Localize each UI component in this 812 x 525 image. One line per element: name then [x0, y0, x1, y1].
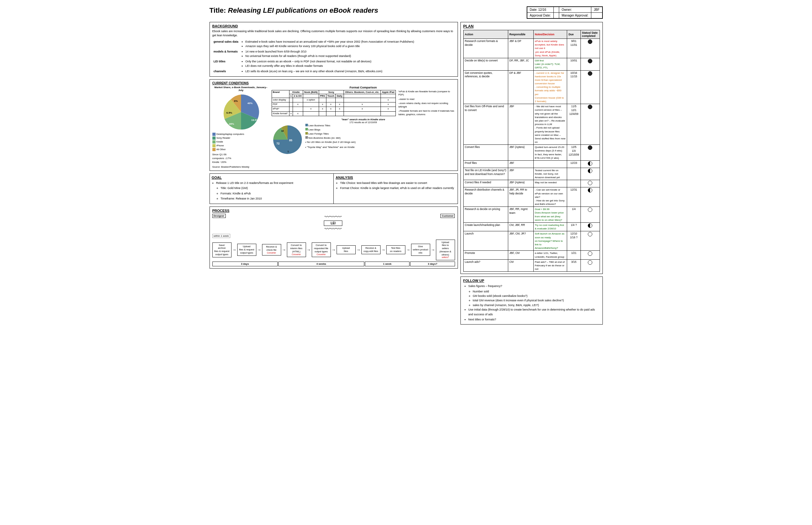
bg-content-2: 14 new e-book launched from 6/09 through… [240, 49, 455, 59]
plan-action: Convert files [463, 145, 508, 161]
plan-action: Get conversion quotes, references, & dec… [463, 70, 508, 104]
plan-status [580, 104, 599, 145]
followup-list: Sales figures – frequency? [463, 284, 600, 288]
followup-section: FOLLOW UP Sales figures – frequency? Num… [461, 276, 603, 325]
plan-responsible: JBF & DP [508, 39, 533, 58]
plan-due: 12/5 1/4 12/15/09 [567, 145, 580, 161]
date-value [553, 7, 559, 13]
arrow-4: → [307, 247, 311, 252]
right-column: PLAN Action Responsible Notes/Decision D… [461, 22, 603, 325]
plan-table-row: Launch JBF, CM, JR? Soft launch on Amazo… [463, 231, 599, 251]
plan-notes: May not be needed [533, 180, 567, 188]
bg-label-1: general sales data [213, 39, 240, 49]
plan-title: PLAN [463, 24, 600, 29]
goal-analysis: GOAL Release 1 LEI title on 2-3 readers/… [209, 174, 458, 204]
plan-responsible: DP, RR, JBF, JC [508, 58, 533, 70]
plan-action: Launch ads? [463, 259, 508, 272]
plan-responsible: JBF, CM, JR? [508, 231, 533, 251]
followup-sublist: Number sold GM books sold (ebook canniba… [463, 289, 600, 308]
current-conditions-section: CURRENT CONDITIONS Market Share, e-Book … [209, 79, 458, 171]
plan-notes: Tested current file on Kindle, not Sony,… [533, 168, 567, 180]
col-notes: Notes/Decision [533, 30, 567, 39]
goal-list: Release 1 LEI title on 2-3 readers/forma… [212, 181, 332, 201]
background-title: BACKGROUND [213, 24, 455, 28]
plan-notes: Paid ads? – TBD at end of February if we… [533, 259, 567, 272]
svg-text:6%: 6% [234, 100, 238, 103]
arrow-6: → [356, 247, 361, 252]
col-action: Action [463, 30, 508, 39]
background-section: BACKGROUND Ebook sales are increasing wh… [209, 22, 458, 77]
arrow-9: → [431, 247, 435, 252]
bg-content-1: Estimated e-book sales have increased at… [240, 39, 455, 49]
table-row: LEI titles Only the Lexicon exists as an… [213, 59, 455, 69]
plan-notes: Goal = $9.99 Does Amazon lower price fro… [533, 207, 567, 223]
page: Title: Releasing LEI publications on eBo… [209, 6, 603, 325]
plan-responsible: JBF, CM [508, 251, 533, 259]
plan-notes: - current U.S. designer for hardcover bo… [533, 70, 567, 104]
analysis-section: ANALYSIS Title Choice: test-based titles… [334, 174, 458, 204]
pie-chart: 40% 19.5% 28% 6.5% 6% [222, 93, 260, 131]
plan-status [580, 180, 599, 188]
plan-table: Action Responsible Notes/Decision Due St… [463, 30, 600, 272]
process-box-5: Convert to requested file output types C… [312, 242, 331, 257]
plan-due: 9/01 11/01 [567, 39, 580, 58]
process-box-7: Receive & copy-edit files [361, 245, 380, 254]
table-row: models & formats 14 new e-book launched … [213, 49, 455, 59]
plan-notes: Quoted turn-around 15-20 business days (… [533, 145, 567, 161]
kindle-store: "lean" search results in Kindle store 17… [272, 118, 455, 155]
customer-label: Customer [440, 214, 455, 218]
format-table: Brand Kindle Nook (B&N) Sony Others: Boo… [272, 90, 396, 117]
plan-due: 1/4 ? [567, 223, 580, 231]
plan-due: 11/5 12/1 12/4/09 [567, 104, 580, 145]
plan-table-row: Launch ads? CM Paid ads? – TBD at end of… [463, 259, 599, 272]
arrow-7: → [381, 247, 386, 252]
format-notes: *ePub & Kindle are flowable formats (com… [398, 90, 455, 117]
process-box-6: Upload files [337, 245, 356, 254]
plan-notes: Try no cost marketing first & evaluate 2… [533, 223, 567, 231]
plan-section: PLAN Action Responsible Notes/Decision D… [461, 22, 603, 274]
arrow-1: → [232, 247, 236, 252]
chart-legend: Desktop/laptop computers Sony Reader Kin… [213, 132, 270, 151]
followup-list-2: Use initial data (through 2/28/10) to cr… [463, 308, 600, 322]
cc-right: Format Comparison Brand Kindle Nook (B&N… [272, 86, 455, 169]
plan-status [580, 168, 599, 180]
cc-left: Market Share, e-Book Downloads, January–… [213, 86, 270, 169]
plan-due: 12/23 [567, 161, 580, 168]
col-due: Due [567, 30, 580, 39]
manager-approval-value [591, 13, 602, 18]
plan-due: 12/31 [567, 188, 580, 207]
svg-text:6.5%: 6.5% [227, 111, 232, 114]
plan-status [580, 207, 599, 223]
lei-label: 〰〰〰 LEI 〰〰〰 [324, 214, 342, 232]
plan-status [580, 188, 599, 207]
plan-notes [533, 161, 567, 168]
kindle-bullets: • No LEI titles on Kindle (but 2 LEI blo… [305, 140, 455, 150]
chart-title: Market Share, e-Book Downloads, January–… [213, 86, 270, 92]
plan-table-row: Create launch/marketing plan CM, JBF, RR… [463, 223, 599, 231]
svg-text:28%: 28% [229, 122, 234, 125]
current-conditions-content: Market Share, e-Book Downloads, January–… [213, 86, 455, 169]
plan-table-row: Promote JBF, CM e-letter 1/21, Twitter, … [463, 251, 599, 259]
svg-text:85: 85 [289, 139, 292, 142]
table-row: general sales data Estimated e-book sale… [213, 39, 455, 49]
plan-responsible: JBF, JR, RR to help decide [508, 188, 533, 207]
bg-content-3: Only the Lexicon exists as an ebook – on… [240, 59, 455, 69]
svg-text:5: 5 [288, 150, 289, 153]
manager-approval-label: Manager Approval: [559, 13, 591, 18]
plan-responsible: JBF (Aptera) [508, 145, 533, 161]
left-column: BACKGROUND Ebook sales are increasing wh… [209, 22, 458, 269]
followup-title: FOLLOW UP [463, 279, 600, 283]
plan-table-row: Proof files JBF 12/23 [463, 161, 599, 168]
kindle-pie-chart: 85 72 10 5 [272, 124, 303, 155]
plan-action: Proof files [463, 161, 508, 168]
analysis-list: Title Choice: test-based titles with few… [336, 181, 456, 191]
plan-due: 10/01 [567, 58, 580, 70]
svg-text:10: 10 [281, 130, 284, 132]
plan-status [580, 70, 599, 104]
arrow-5: → [332, 247, 336, 252]
plan-due [567, 168, 580, 180]
process-box-3: Receive & check file Converter [262, 244, 281, 255]
within-week-label: within 1 week [213, 234, 455, 239]
plan-due: 3/15 [567, 259, 580, 272]
plan-table-row: Research current formats & decide JBF & … [463, 39, 599, 58]
